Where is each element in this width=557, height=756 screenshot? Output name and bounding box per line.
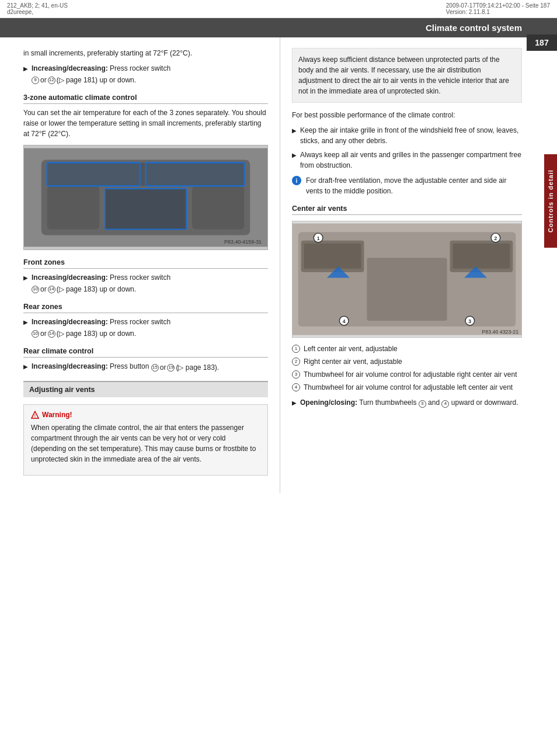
svg-rect-6 xyxy=(47,162,140,186)
bullet-arrow-2: ▶ xyxy=(23,273,28,294)
svg-text:1: 1 xyxy=(317,235,320,241)
bullet-arrow-4: ▶ xyxy=(23,362,28,373)
switch-10-badge: 10 xyxy=(32,286,39,293)
right-column: Always keep sufficient distance between … xyxy=(280,37,557,493)
item-number: 4 xyxy=(292,383,300,391)
warning-title: ! Warning! xyxy=(31,411,260,419)
item-number: 2 xyxy=(292,358,300,366)
opening-4-badge: 4 xyxy=(441,400,449,408)
svg-rect-4 xyxy=(47,186,99,229)
svg-rect-5 xyxy=(192,186,244,229)
switch-14-badge: 14 xyxy=(48,286,55,293)
increasing-label: Increasing/decreasing: xyxy=(32,64,108,72)
intro-text: in small increments, preferably starting… xyxy=(23,48,268,58)
svg-rect-8 xyxy=(105,189,186,230)
rear-climate-text: Increasing/decreasing: Press button 15 o… xyxy=(32,361,219,373)
front-inc-text: Increasing/decreasing: Press rocker swit… xyxy=(32,272,268,294)
rear-climate-label: Increasing/decreasing: xyxy=(32,362,108,370)
always-all-text: Always keep all air vents and grilles in… xyxy=(300,150,522,171)
opening-3-badge: 3 xyxy=(419,400,426,408)
rear-climate-item: ▶ Increasing/decreasing: Press button 15… xyxy=(23,361,268,373)
svg-rect-14 xyxy=(367,258,447,321)
car-image: P83.40-4159-31 xyxy=(23,145,268,250)
switch-9-badge: 9 xyxy=(32,77,39,84)
warning-text: When operating the climate control, the … xyxy=(31,422,260,464)
svg-text:3: 3 xyxy=(468,318,471,324)
numbered-items-list: 1 Left center air vent, adjustable 2 Rig… xyxy=(292,344,522,393)
meta-right: 2009-07-17T09:14:21+02:00 - Seite 187Ver… xyxy=(446,2,550,15)
item-text: Thumbwheel for air volume control for ad… xyxy=(304,369,517,380)
rear-zones-heading: Rear zones xyxy=(23,303,268,313)
bullet-arrow-6: ▶ xyxy=(292,151,297,171)
zone-text: You can set the air temperature for each… xyxy=(23,107,268,139)
item-number: 3 xyxy=(292,370,300,379)
left-column: in small increments, preferably starting… xyxy=(0,37,280,493)
svg-text:4: 4 xyxy=(343,318,346,324)
bullet-arrow-1: ▶ xyxy=(23,64,28,85)
rear-inc-label: Increasing/decreasing: xyxy=(32,318,108,326)
keep-air-text: Keep the air intake grille in front of t… xyxy=(300,125,522,146)
numbered-item: 2 Right center air vent, adjustable xyxy=(292,356,522,367)
item-text: Left center air vent, adjustable xyxy=(304,344,398,354)
keep-air-item: ▶ Keep the air intake grille in front of… xyxy=(292,125,522,146)
increasing-item: ▶ Increasing/decreasing: Press rocker sw… xyxy=(23,63,268,85)
meta-bar: 212_AKB; 2; 41, en-USd2ureepe, 2009-07-1… xyxy=(0,0,557,18)
item-text: Thumbwheel for air volume control for ad… xyxy=(304,382,513,393)
numbered-item: 4 Thumbwheel for air volume control for … xyxy=(292,382,522,393)
info-note: i For draft-free ventilation, move the a… xyxy=(292,175,522,196)
front-zones-heading: Front zones xyxy=(23,258,268,269)
rear-inc-text: Increasing/decreasing: Press rocker swit… xyxy=(32,317,268,339)
numbered-item: 3 Thumbwheel for air volume control for … xyxy=(292,369,522,380)
warning-box: ! Warning! When operating the climate co… xyxy=(23,404,268,476)
svg-rect-17 xyxy=(304,244,361,269)
opening-item: ▶ Opening/closing: Turn thumbwheels 3 an… xyxy=(292,397,522,408)
bullet-arrow-5: ▶ xyxy=(292,126,297,146)
switch-19-badge: 19 xyxy=(167,364,175,372)
item-number: 1 xyxy=(292,345,300,353)
info-text: For draft-free ventilation, move the adj… xyxy=(306,175,522,196)
adjusting-heading: Adjusting air vents xyxy=(23,381,268,397)
always-keep-text: Always keep sufficient distance between … xyxy=(292,48,522,103)
numbered-item: 1 Left center air vent, adjustable xyxy=(292,344,522,354)
front-inc-label: Increasing/decreasing: xyxy=(32,273,108,282)
side-tab: Controls in detail xyxy=(544,154,557,248)
switch-10b-badge: 10 xyxy=(32,330,39,338)
switch-15-badge: 15 xyxy=(151,364,159,372)
main-content: in small increments, preferably starting… xyxy=(0,37,557,493)
svg-text:2: 2 xyxy=(494,235,497,241)
always-all-item: ▶ Always keep all air vents and grilles … xyxy=(292,150,522,171)
meta-left: 212_AKB; 2; 41, en-USd2ureepe, xyxy=(7,2,68,15)
opening-label: Opening/closing: xyxy=(300,398,357,407)
warning-icon: ! xyxy=(31,411,39,419)
bullet-arrow-7: ▶ xyxy=(292,398,297,408)
switch-14b-badge: 14 xyxy=(48,330,55,338)
bullet-arrow-3: ▶ xyxy=(23,318,28,339)
svg-rect-18 xyxy=(452,244,510,269)
front-zones-item: ▶ Increasing/decreasing: Press rocker sw… xyxy=(23,272,268,294)
info-icon: i xyxy=(292,176,301,185)
item-text: Right center air vent, adjustable xyxy=(304,356,402,367)
zone-heading: 3-zone automatic climate control xyxy=(23,93,268,104)
switch-12-badge: 12 xyxy=(48,77,55,84)
for-best-text: For best possible performance of the cli… xyxy=(292,110,522,120)
vents-image: 1 2 3 4 P83.40 4323-21 xyxy=(292,221,522,338)
rear-climate-heading: Rear climate control xyxy=(23,347,268,358)
rear-zones-item: ▶ Increasing/decreasing: Press rocker sw… xyxy=(23,317,268,339)
center-air-heading: Center air vents xyxy=(292,204,522,215)
opening-text: Opening/closing: Turn thumbwheels 3 and … xyxy=(300,397,518,408)
increasing-text: Increasing/decreasing: Press rocker swit… xyxy=(32,63,268,85)
svg-text:P83.40 4323-21: P83.40 4323-21 xyxy=(482,329,518,335)
page-title: Climate control system xyxy=(426,23,522,33)
svg-text:!: ! xyxy=(34,414,36,418)
svg-rect-7 xyxy=(146,162,245,186)
svg-text:P83.40-4159-31: P83.40-4159-31 xyxy=(224,239,262,245)
page-header: Climate control system 187 xyxy=(0,18,557,37)
